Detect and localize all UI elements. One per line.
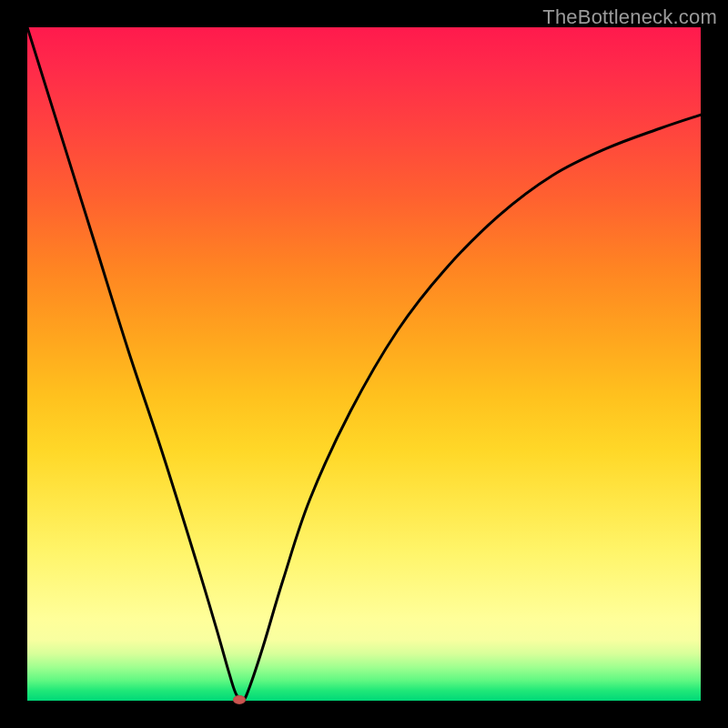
bottleneck-curve [27, 27, 701, 701]
chart-frame: TheBottleneck.com [0, 0, 728, 728]
watermark-text: TheBottleneck.com [542, 5, 717, 29]
minimum-marker [233, 695, 246, 704]
plot-area [27, 27, 701, 701]
